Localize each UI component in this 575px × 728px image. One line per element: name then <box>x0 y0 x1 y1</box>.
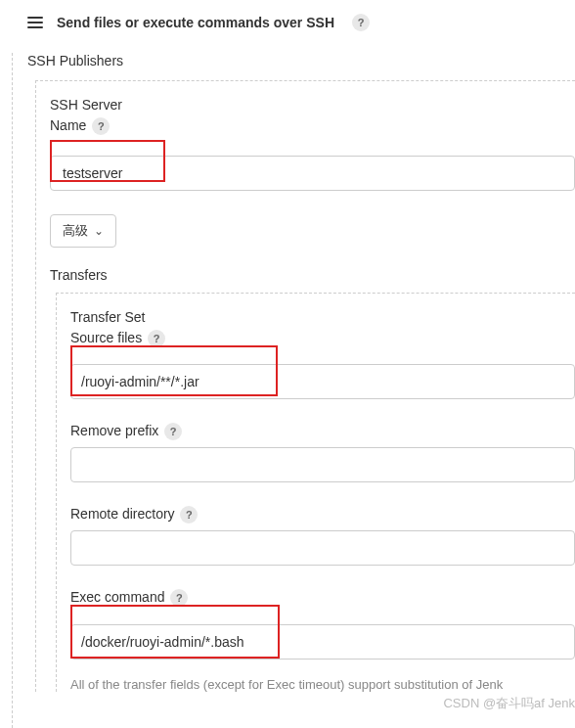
remove-prefix-label: Remove prefix ? <box>70 421 575 441</box>
exec-command-text: Exec command <box>70 589 164 605</box>
drag-handle-icon[interactable] <box>27 17 43 28</box>
help-icon[interactable]: ? <box>92 117 110 135</box>
help-icon[interactable]: ? <box>164 423 182 440</box>
highlight-box <box>70 605 280 659</box>
highlight-box <box>50 140 165 182</box>
drag-region-divider <box>12 53 13 728</box>
ssh-publisher-group: SSH Server Name ? 高级 ⌄ Transfers Transfe… <box>35 80 575 692</box>
transfer-set-group: Transfer Set Source files ? Remove prefi… <box>56 293 575 692</box>
section-header: Send files or execute commands over SSH … <box>0 0 575 41</box>
transfers-label: Transfers <box>50 267 575 283</box>
footer-note: All of the transfer fields (except for E… <box>70 677 575 692</box>
help-icon[interactable]: ? <box>180 506 198 523</box>
chevron-down-icon: ⌄ <box>94 224 104 238</box>
name-text: Name <box>50 117 86 133</box>
watermark: CSDN @奋斗吗af Jenk <box>443 695 575 712</box>
ssh-server-label: SSH Server <box>50 95 575 115</box>
remove-prefix-text: Remove prefix <box>70 423 158 438</box>
remote-directory-text: Remote directory <box>70 506 175 522</box>
source-files-text: Source files <box>70 330 142 345</box>
highlight-box <box>70 345 278 396</box>
server-name-label: Name ? <box>50 115 575 136</box>
publishers-label: SSH Publishers <box>0 41 575 76</box>
remote-directory-input[interactable] <box>70 530 575 566</box>
section-title: Send files or execute commands over SSH <box>57 15 334 30</box>
help-icon[interactable]: ? <box>352 14 370 31</box>
transfer-set-label: Transfer Set <box>70 307 575 328</box>
advanced-button[interactable]: 高级 ⌄ <box>50 214 116 248</box>
remote-directory-label: Remote directory ? <box>70 504 575 524</box>
remove-prefix-input[interactable] <box>70 447 575 482</box>
advanced-label: 高级 <box>63 222 88 240</box>
